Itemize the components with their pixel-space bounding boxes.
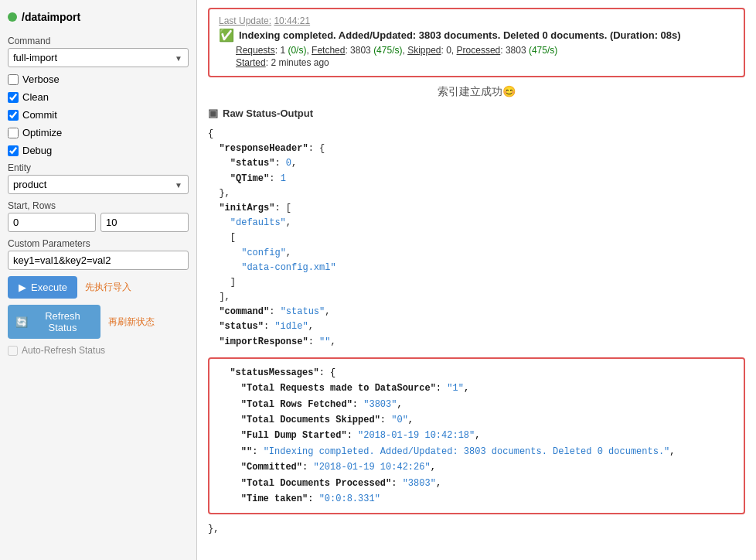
optimize-checkbox[interactable] (8, 128, 19, 138)
json-line: "defaults", (208, 216, 745, 230)
optimize-label: Optimize (22, 127, 62, 138)
commit-label: Commit (22, 109, 57, 121)
requests-label: Requests (236, 45, 275, 56)
auto-refresh-checkbox[interactable] (8, 346, 18, 356)
execute-row: ▶ Execute 先执行导入 (8, 276, 189, 299)
debug-row: Debug (8, 145, 189, 156)
entity-select-wrapper: product (8, 175, 189, 194)
execute-button[interactable]: ▶ Execute (8, 276, 77, 299)
command-select-wrapper: full-import delta-import status reload-c… (8, 48, 189, 67)
execute-hint: 先执行导入 (85, 281, 131, 294)
entity-select[interactable]: product (8, 175, 189, 194)
json-line: }, (208, 186, 745, 201)
command-select[interactable]: full-import delta-import status reload-c… (8, 48, 189, 67)
processed-val: 3803 (506, 45, 529, 56)
verbose-label: Verbose (22, 73, 60, 85)
json-line: "data-config.xml" (208, 261, 745, 275)
raw-status-header[interactable]: ▣ Raw Status-Output (208, 107, 745, 119)
status-dot (8, 12, 17, 22)
start-input[interactable] (8, 213, 96, 232)
success-text: Indexing completed. Added/Updated: 3803 … (239, 29, 681, 41)
execute-label: Execute (31, 282, 67, 293)
sm-line: "Total Requests made to DataSource": "1"… (219, 381, 734, 396)
raw-status-label: Raw Status-Output (223, 108, 313, 119)
debug-label: Debug (22, 145, 52, 156)
json-line: "initArgs": [ (208, 201, 745, 216)
commit-checkbox[interactable] (8, 110, 19, 121)
success-line: ✅ Indexing completed. Added/Updated: 380… (219, 29, 734, 42)
started-val: 2 minutes ago (271, 57, 329, 68)
rows-input[interactable] (100, 213, 189, 232)
entity-label: Entity (8, 162, 189, 173)
sidebar-title: /dataimport (8, 8, 189, 29)
processed-rate: (475/s) (529, 45, 557, 56)
refresh-label: Refresh Status (32, 310, 93, 333)
refresh-icon: 🔄 (15, 316, 28, 328)
debug-checkbox[interactable] (8, 145, 19, 156)
sm-line: "Full Dump Started": "2018-01-19 10:42:1… (219, 428, 734, 443)
collapse-icon: ▣ (208, 107, 218, 119)
json-output: { "responseHeader": { "status": 0, "QTim… (208, 127, 745, 350)
refresh-hint: 再刷新状态 (108, 316, 155, 329)
verbose-row: Verbose (8, 73, 189, 85)
custom-params-section: Custom Parameters (8, 238, 189, 270)
json-line: "command": "status", (208, 305, 745, 319)
custom-params-label: Custom Parameters (8, 238, 189, 249)
requests-rate: (0/s) (288, 45, 306, 56)
sm-line: "Time taken": "0:0:8.331" (219, 491, 734, 507)
sidebar-dataimport-label: /dataimport (22, 11, 80, 23)
sidebar: /dataimport Command full-import delta-im… (0, 0, 197, 560)
last-update-time: 10:44:21 (274, 15, 310, 26)
start-rows-label: Start, Rows (8, 200, 189, 211)
refresh-row: 🔄 Refresh Status 再刷新状态 (8, 305, 189, 339)
chinese-success-message: 索引建立成功😊 (208, 85, 745, 99)
sm-line: "Total Rows Fetched": "3803", (219, 397, 734, 412)
command-label: Command (8, 36, 189, 46)
start-rows-inputs (8, 213, 189, 232)
detail-line-1: Requests: 1 (0/s), Fetched: 3803 (475/s)… (219, 45, 734, 56)
status-messages-box: "statusMessages": { "Total Requests made… (208, 357, 745, 515)
status-box: Last Update: 10:44:21 ✅ Indexing complet… (208, 8, 745, 77)
json-line: "status": 0, (208, 156, 745, 171)
verbose-checkbox[interactable] (8, 74, 19, 85)
last-update-line: Last Update: 10:44:21 (219, 15, 734, 26)
json-line: ] (208, 275, 745, 290)
auto-refresh-label: Auto-Refresh Status (22, 345, 105, 356)
sm-line: "Total Documents Processed": "3803", (219, 476, 734, 491)
sm-line: "statusMessages": { (219, 365, 734, 381)
json-line: "QTime": 1 (208, 172, 745, 186)
json-line: "config", (208, 246, 745, 261)
sm-line: "Committed": "2018-01-19 10:42:26", (219, 459, 734, 475)
detail-line-2: Started: 2 minutes ago (219, 57, 734, 68)
custom-params-input[interactable] (8, 251, 189, 270)
skipped-label: Skipped (407, 45, 441, 56)
json-line: ], (208, 290, 745, 305)
processed-label: Processed (457, 45, 501, 56)
json-line: "status": "idle", (208, 319, 745, 334)
main-content: Last Update: 10:44:21 ✅ Indexing complet… (197, 0, 756, 560)
requests-val: 1 (280, 45, 288, 56)
json-line: { (208, 127, 745, 142)
json-line: "responseHeader": { (208, 142, 745, 156)
execute-icon: ▶ (19, 282, 26, 293)
clean-label: Clean (22, 91, 49, 103)
fetched-rate: (475/s) (373, 45, 402, 56)
optimize-row: Optimize (8, 127, 189, 138)
fetched-val: 3803 (350, 45, 373, 56)
start-rows-section: Start, Rows (8, 200, 189, 232)
command-section: Command full-import delta-import status … (8, 36, 189, 67)
fetched-label: Fetched (312, 45, 345, 56)
json-line: [ (208, 230, 745, 245)
clean-checkbox[interactable] (8, 92, 19, 103)
refresh-status-button[interactable]: 🔄 Refresh Status (8, 305, 100, 339)
entity-section: Entity product (8, 162, 189, 194)
sm-line: "Total Documents Skipped": "0", (219, 412, 734, 428)
started-label: Started (236, 57, 266, 68)
clean-row: Clean (8, 91, 189, 103)
commit-row: Commit (8, 109, 189, 121)
json-footer-text: }, (208, 524, 219, 534)
json-line: "importResponse": "", (208, 335, 745, 350)
auto-refresh-row: Auto-Refresh Status (8, 345, 189, 356)
last-update-label: Last Update: (219, 15, 271, 26)
success-icon: ✅ (219, 29, 234, 42)
